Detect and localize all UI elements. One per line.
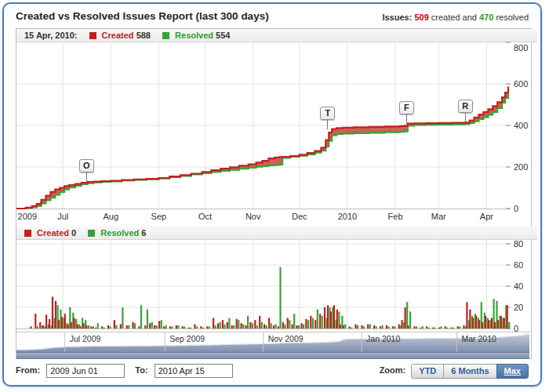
bar-resolved[interactable] <box>508 322 510 328</box>
bar-created[interactable] <box>268 318 270 329</box>
bar-resolved[interactable] <box>422 326 424 328</box>
bar-created[interactable] <box>45 315 47 329</box>
bar-resolved[interactable] <box>202 328 204 328</box>
bar-created[interactable] <box>144 325 146 328</box>
bar-created[interactable] <box>273 325 274 328</box>
bar-created[interactable] <box>82 323 84 328</box>
bar-created[interactable] <box>264 325 265 328</box>
bar-created[interactable] <box>149 323 151 328</box>
bar-created[interactable] <box>491 318 493 329</box>
bar-resolved[interactable] <box>242 325 244 328</box>
bar-created[interactable] <box>300 323 302 328</box>
bar-created[interactable] <box>85 325 87 328</box>
bar-created[interactable] <box>420 328 421 328</box>
daily-bar-chart[interactable] <box>16 239 511 330</box>
bar-created[interactable] <box>296 325 297 328</box>
bar-created[interactable] <box>67 325 69 328</box>
to-date-input[interactable] <box>155 364 233 378</box>
bar-created[interactable] <box>314 320 316 328</box>
bar-resolved[interactable] <box>376 326 377 328</box>
bar-resolved[interactable] <box>88 325 89 328</box>
bar-resolved[interactable] <box>261 322 263 328</box>
bar-created[interactable] <box>457 326 459 328</box>
bar-resolved[interactable] <box>224 325 225 328</box>
bar-resolved[interactable] <box>140 305 142 328</box>
bar-created[interactable] <box>107 325 109 328</box>
bar-resolved[interactable] <box>284 325 285 328</box>
bar-created[interactable] <box>485 316 486 328</box>
bar-created[interactable] <box>324 307 325 328</box>
bar-created[interactable] <box>361 325 362 328</box>
bar-resolved[interactable] <box>247 316 249 328</box>
bar-resolved[interactable] <box>394 326 395 328</box>
bar-created[interactable] <box>55 301 56 328</box>
bar-created[interactable] <box>90 326 92 328</box>
bar-created[interactable] <box>305 319 307 328</box>
bar-created[interactable] <box>222 320 224 328</box>
bar-created[interactable] <box>64 314 66 328</box>
bar-resolved[interactable] <box>147 310 148 328</box>
bar-resolved[interactable] <box>440 326 442 328</box>
bar-resolved[interactable] <box>387 326 389 328</box>
bar-created[interactable] <box>386 325 387 328</box>
bar-created[interactable] <box>507 305 508 328</box>
flag-T[interactable]: T <box>320 107 335 120</box>
flag-O[interactable]: O <box>79 159 94 172</box>
bar-created[interactable] <box>39 322 41 328</box>
bar-created[interactable] <box>114 320 115 328</box>
bar-created[interactable] <box>245 325 246 328</box>
bar-created[interactable] <box>231 325 233 328</box>
bar-created[interactable] <box>158 321 160 329</box>
bar-resolved[interactable] <box>104 328 105 328</box>
bar-resolved[interactable] <box>275 325 277 328</box>
bar-created[interactable] <box>236 319 238 328</box>
bar-created[interactable] <box>77 325 78 328</box>
bar-resolved[interactable] <box>279 267 281 328</box>
bar-resolved[interactable] <box>409 311 411 328</box>
bar-created[interactable] <box>319 314 321 328</box>
bar-created[interactable] <box>392 326 394 328</box>
bar-resolved[interactable] <box>252 323 253 328</box>
bar-created[interactable] <box>398 325 400 328</box>
bar-resolved[interactable] <box>97 323 99 328</box>
bar-created[interactable] <box>340 325 341 328</box>
bar-created[interactable] <box>138 326 140 328</box>
bar-created[interactable] <box>120 325 122 328</box>
bar-resolved[interactable] <box>406 302 408 328</box>
bar-created[interactable] <box>500 316 502 328</box>
from-date-input[interactable] <box>46 364 125 378</box>
zoom-button-ytd[interactable]: YTD <box>411 364 444 379</box>
bar-created[interactable] <box>132 322 133 328</box>
bar-resolved[interactable] <box>161 320 162 328</box>
bar-resolved[interactable] <box>256 325 258 328</box>
bar-resolved[interactable] <box>209 326 210 328</box>
bar-created[interactable] <box>241 323 242 328</box>
bar-created[interactable] <box>478 320 480 328</box>
bar-created[interactable] <box>463 325 464 328</box>
bar-resolved[interactable] <box>122 307 123 328</box>
bar-resolved[interactable] <box>271 323 272 328</box>
bar-created[interactable] <box>426 326 427 328</box>
bar-created[interactable] <box>42 325 44 328</box>
bar-created[interactable] <box>30 326 31 328</box>
bar-created[interactable] <box>52 297 53 329</box>
bar-resolved[interactable] <box>434 328 436 328</box>
bar-created[interactable] <box>249 322 251 328</box>
bar-resolved[interactable] <box>382 325 384 328</box>
bar-resolved[interactable] <box>228 318 230 329</box>
bar-created[interactable] <box>504 318 505 329</box>
bar-created[interactable] <box>497 320 499 328</box>
bar-created[interactable] <box>217 323 219 328</box>
bar-created[interactable] <box>58 320 60 328</box>
bar-resolved[interactable] <box>317 310 318 328</box>
bar-resolved[interactable] <box>215 325 216 328</box>
bar-created[interactable] <box>469 310 471 328</box>
bar-created[interactable] <box>95 328 96 328</box>
navigator-scrollbar[interactable] <box>16 352 529 359</box>
bar-resolved[interactable] <box>357 325 358 328</box>
bar-created[interactable] <box>333 305 335 328</box>
bar-created[interactable] <box>213 318 214 329</box>
bar-resolved[interactable] <box>322 316 323 328</box>
bar-resolved[interactable] <box>110 326 111 328</box>
bar-created[interactable] <box>182 326 184 328</box>
